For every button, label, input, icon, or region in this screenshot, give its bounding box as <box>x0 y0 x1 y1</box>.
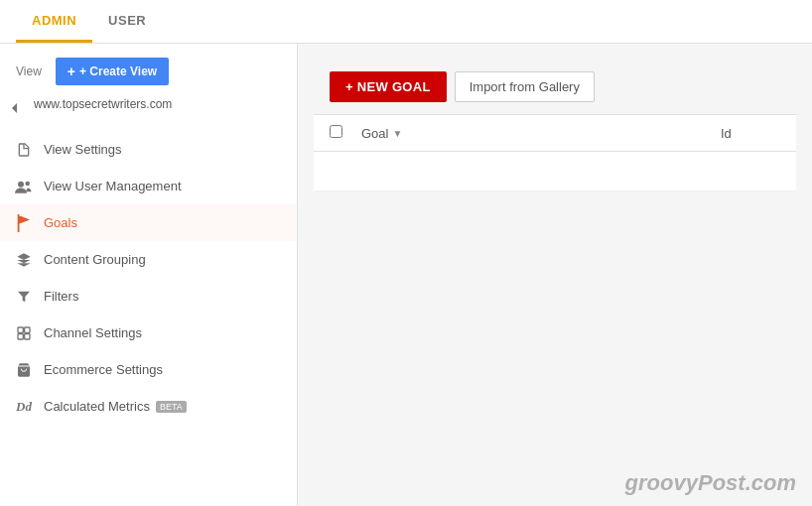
svg-rect-3 <box>18 327 23 332</box>
sidebar-item-channel-settings[interactable]: Channel Settings <box>0 315 297 351</box>
channel-icon <box>14 325 34 341</box>
checkbox-input[interactable] <box>330 125 342 138</box>
import-gallery-button[interactable]: Import from Gallery <box>455 71 595 102</box>
new-goal-button[interactable]: + NEW GOAL <box>330 71 447 102</box>
sidebar-item-label: Calculated Metrics <box>44 399 150 414</box>
sidebar-nav: View Settings View User Management <box>0 131 297 425</box>
watermark-suffix: Post.com <box>698 470 796 495</box>
filter-icon <box>14 289 34 305</box>
sidebar-item-goals[interactable]: Goals <box>0 204 297 241</box>
sidebar-item-label: Channel Settings <box>44 325 142 340</box>
watermark: groovyPost.com <box>625 470 796 496</box>
sort-arrow-icon: ▼ <box>392 128 402 139</box>
table-empty-row <box>314 152 796 191</box>
svg-point-0 <box>18 181 24 187</box>
sidebar-item-view-settings[interactable]: View Settings <box>0 131 297 168</box>
sidebar: View + + Create View www.topsecretwriter… <box>0 44 298 506</box>
view-label: View <box>16 64 42 78</box>
back-button[interactable] <box>0 93 30 123</box>
content-toolbar: + NEW GOAL Import from Gallery <box>314 60 796 115</box>
sidebar-item-label: Filters <box>44 289 78 304</box>
sidebar-item-content-grouping[interactable]: Content Grouping <box>0 241 297 278</box>
top-navigation: ADMIN USER <box>0 0 812 44</box>
tab-admin[interactable]: ADMIN <box>16 1 92 43</box>
watermark-prefix: groovy <box>625 470 698 495</box>
content-area: + NEW GOAL Import from Gallery Goal ▼ Id… <box>298 44 812 506</box>
site-url: www.topsecretwriters.com <box>30 93 188 123</box>
sidebar-item-label: Ecommerce Settings <box>44 362 163 377</box>
svg-rect-5 <box>18 333 23 338</box>
calc-icon: Dd <box>14 399 34 415</box>
sidebar-item-label: View Settings <box>44 142 122 157</box>
beta-badge: BETA <box>156 401 187 413</box>
plus-icon: + <box>68 63 75 79</box>
back-arrow-icon <box>7 100 23 116</box>
sidebar-item-label: Content Grouping <box>44 252 146 267</box>
select-all-checkbox[interactable] <box>330 125 349 141</box>
table-header: Goal ▼ Id <box>314 115 796 152</box>
create-view-button[interactable]: + + Create View <box>56 58 169 85</box>
sidebar-item-label: Goals <box>44 215 77 230</box>
goal-col-label: Goal <box>361 126 388 141</box>
document-icon <box>14 142 34 158</box>
svg-point-1 <box>26 181 31 186</box>
flag-icon <box>14 214 34 232</box>
goals-table: Goal ▼ Id <box>314 115 796 191</box>
svg-rect-4 <box>25 327 30 332</box>
sidebar-header: View + + Create View <box>0 44 297 93</box>
users-icon <box>14 180 34 193</box>
goal-column-header: Goal ▼ <box>361 126 721 141</box>
tab-user[interactable]: USER <box>92 1 162 43</box>
sidebar-item-ecommerce[interactable]: Ecommerce Settings <box>0 351 297 388</box>
cart-icon <box>14 362 34 378</box>
sidebar-item-calculated-metrics[interactable]: Dd Calculated Metrics BETA <box>0 388 297 425</box>
id-column-header: Id <box>721 126 780 141</box>
sidebar-item-user-management[interactable]: View User Management <box>0 168 297 204</box>
svg-rect-6 <box>25 333 30 338</box>
create-view-label: + Create View <box>79 64 157 78</box>
sidebar-item-filters[interactable]: Filters <box>0 278 297 315</box>
main-layout: View + + Create View www.topsecretwriter… <box>0 44 812 506</box>
sidebar-item-label: View User Management <box>44 179 182 193</box>
content-group-icon <box>14 252 34 268</box>
